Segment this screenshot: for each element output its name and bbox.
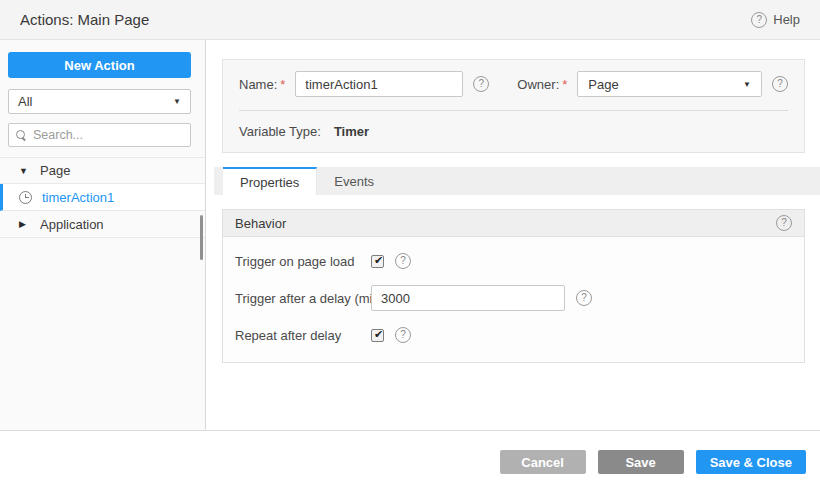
owner-help-icon[interactable]: ?: [772, 76, 788, 92]
footer: Cancel Save Save & Close: [0, 431, 820, 489]
sidebar: New Action All ▼ ▼ Page timerAction1 ▶ A…: [0, 40, 206, 430]
behavior-panel: Behavior ? Trigger on page load ✔ ? Trig…: [222, 209, 805, 363]
trigger-delay-input[interactable]: [371, 285, 565, 311]
action-filter-value: All: [18, 94, 32, 109]
tree-item-application[interactable]: ▶ Application: [0, 211, 205, 238]
name-label: Name:: [239, 77, 277, 92]
help-label: Help: [773, 12, 800, 27]
chevron-down-icon: ▼: [743, 80, 751, 89]
prop-label: Trigger on page load: [235, 254, 371, 269]
actions-tree: ▼ Page timerAction1 ▶ Application: [0, 157, 205, 238]
tree-item-label: Application: [40, 217, 104, 232]
search-box[interactable]: [8, 123, 191, 147]
check-icon: ✔: [374, 255, 383, 266]
tree-item-page[interactable]: ▼ Page: [0, 157, 205, 184]
tree-item-timeraction1[interactable]: timerAction1: [0, 184, 205, 211]
help-icon: ?: [751, 12, 767, 28]
sidebar-scrollbar[interactable]: [200, 215, 203, 260]
tree-item-label: Page: [40, 163, 70, 178]
tab-strip: Properties Events: [214, 167, 820, 195]
trigger-on-page-load-checkbox[interactable]: ✔: [371, 255, 384, 268]
page-title: Actions: Main Page: [20, 11, 149, 28]
variable-type-label: Variable Type:: [239, 124, 321, 139]
prop-row-repeat-after-delay: Repeat after delay ✔ ?: [235, 322, 792, 348]
name-input[interactable]: [295, 71, 463, 97]
action-filter-select[interactable]: All ▼: [8, 89, 191, 114]
save-and-close-button[interactable]: Save & Close: [696, 450, 806, 474]
save-button[interactable]: Save: [598, 450, 684, 474]
repeat-after-delay-checkbox[interactable]: ✔: [371, 329, 384, 342]
caret-right-icon: ▶: [19, 219, 30, 229]
repeat-after-delay-help-icon[interactable]: ?: [395, 327, 411, 343]
name-help-icon[interactable]: ?: [473, 76, 489, 92]
divider: [239, 110, 788, 111]
required-marker: *: [280, 77, 285, 92]
trigger-on-page-load-help-icon[interactable]: ?: [395, 253, 411, 269]
behavior-help-icon[interactable]: ?: [776, 215, 792, 231]
owner-label: Owner:: [517, 77, 559, 92]
behavior-title: Behavior: [235, 216, 286, 231]
help-button[interactable]: ? Help: [751, 12, 800, 28]
caret-down-icon: ▼: [19, 166, 30, 176]
app-body: New Action All ▼ ▼ Page timerAction1 ▶ A…: [0, 40, 820, 431]
prop-row-trigger-delay: Trigger after a delay (millisec... ?: [235, 285, 792, 311]
cancel-button[interactable]: Cancel: [500, 450, 586, 474]
trigger-delay-help-icon[interactable]: ?: [576, 290, 592, 306]
chevron-down-icon: ▼: [173, 97, 181, 106]
app-header: Actions: Main Page ? Help: [0, 0, 820, 40]
prop-row-trigger-on-page-load: Trigger on page load ✔ ?: [235, 248, 792, 274]
action-settings-panel: Name: * ? Owner: * Page ▼ ? Variable Typ…: [222, 59, 805, 153]
owner-value: Page: [588, 77, 618, 92]
tab-properties[interactable]: Properties: [223, 167, 317, 195]
tree-item-label: timerAction1: [42, 190, 114, 205]
search-icon: [16, 130, 27, 141]
required-marker: *: [562, 77, 567, 92]
tab-events[interactable]: Events: [317, 167, 391, 195]
owner-select[interactable]: Page ▼: [577, 71, 762, 97]
check-icon: ✔: [374, 329, 383, 340]
prop-label: Trigger after a delay (millisec...: [235, 291, 371, 306]
search-input[interactable]: [33, 128, 183, 142]
new-action-button[interactable]: New Action: [8, 52, 191, 78]
clock-icon: [19, 191, 32, 204]
variable-type-value: Timer: [334, 124, 369, 139]
prop-label: Repeat after delay: [235, 328, 371, 343]
main-panel: Name: * ? Owner: * Page ▼ ? Variable Typ…: [206, 40, 820, 430]
